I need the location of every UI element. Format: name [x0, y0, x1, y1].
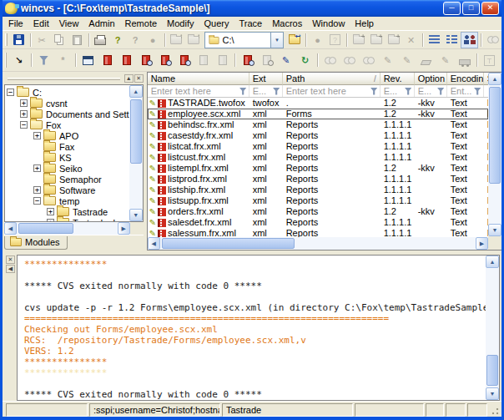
column-header-name[interactable]: Name	[148, 73, 249, 85]
expand-icon[interactable]: +	[33, 132, 41, 139]
import-module-button[interactable]: +	[367, 32, 385, 48]
edit-selection-button[interactable]: ✎	[276, 51, 295, 70]
stop-button[interactable]: ●	[144, 32, 162, 48]
table-row[interactable]: ✎salesdet.frx.xmlxmlReports1.1.1.1TextMo…	[148, 217, 488, 228]
tree-item-software[interactable]: +Software	[7, 185, 129, 195]
explore-button[interactable]: ↘	[9, 51, 28, 70]
scroll-right-icon[interactable]: ▶	[476, 237, 488, 250]
tree-item-tastrade[interactable]: +Tastrade	[7, 206, 129, 217]
tree-vscrollbar[interactable]: ▲ ▼	[129, 85, 143, 221]
save-button[interactable]	[10, 32, 28, 48]
menu-item-macros[interactable]: Macros	[267, 18, 307, 29]
expand-icon[interactable]: +	[33, 186, 41, 194]
show-ignored-files-button[interactable]	[461, 32, 478, 48]
column-header-rev[interactable]: Rev.	[381, 73, 415, 85]
table-row[interactable]: ✎listsupp.frx.xmlxmlReports1.1.1.1TextMo…	[148, 195, 488, 206]
table-row[interactable]: ✎listprod.frx.xmlxmlReports1.1.1.1TextMo…	[148, 174, 488, 185]
watch-on-button[interactable]	[320, 51, 340, 70]
commit-selection-button[interactable]	[117, 51, 136, 70]
list-vscrollbar[interactable]: ▲ ▼	[488, 73, 501, 250]
table-row[interactable]: ✎behindsc.frx.xmlxmlReports1.1.1.1TextMo…	[148, 119, 488, 130]
scroll-up-icon[interactable]: ▲	[129, 85, 143, 98]
filter-funnel-icon[interactable]	[474, 88, 481, 95]
console-collapse-icon[interactable]: ◀	[6, 265, 15, 273]
pane-close-icon[interactable]: ✕	[134, 74, 144, 83]
menu-item-file[interactable]: File	[3, 18, 28, 29]
table-row[interactable]: ✎TASTRADE.twofoxtwofox.1.2-kkvTextMod	[148, 98, 488, 109]
filter-input-name[interactable]: Enter text here	[148, 85, 249, 97]
filter-funnel-icon[interactable]	[437, 88, 445, 95]
tree-item-ks[interactable]: KS	[7, 152, 129, 163]
update-selection-button[interactable]	[98, 51, 117, 70]
scroll-left-icon[interactable]: ◀	[148, 237, 160, 250]
print-button[interactable]	[92, 32, 109, 48]
filter-funnel-icon[interactable]	[370, 88, 378, 95]
expand-icon[interactable]: +	[47, 219, 54, 221]
up-one-level-button[interactable]: ↑	[168, 32, 185, 48]
table-row[interactable]: ✎casestdy.frx.xmlxmlReports1.1.1.1TextMo…	[148, 130, 488, 141]
paste-button[interactable]	[68, 32, 86, 48]
menu-item-window[interactable]: Window	[307, 18, 350, 29]
add-binary-button[interactable]	[213, 51, 232, 70]
status-selection-button[interactable]	[155, 51, 174, 70]
filter-funnel-icon[interactable]	[405, 88, 412, 95]
collapse-icon[interactable]: −	[7, 89, 14, 96]
expand-icon[interactable]: +	[20, 110, 28, 118]
menu-item-query[interactable]: Query	[199, 18, 234, 29]
cvs-help-button[interactable]: ?	[326, 32, 344, 48]
copy-button[interactable]	[51, 32, 68, 48]
title-bar[interactable]: wincvs - [C:\Fox\temp\TastradeSample\] ─…	[3, 0, 501, 17]
unedit-file-button[interactable]: ✎	[397, 51, 416, 70]
column-header-path[interactable]: Path/	[283, 73, 381, 85]
filter-input-ext[interactable]: E...	[249, 85, 283, 97]
column-header-encoding[interactable]: Encoding	[447, 73, 484, 85]
filter-input-option[interactable]: E...	[415, 85, 447, 97]
scroll-down-icon[interactable]: ▼	[129, 209, 143, 221]
path-combobox[interactable]: C:\▼	[204, 32, 284, 48]
filter-funnel-icon[interactable]	[239, 88, 247, 95]
flat-mode-button[interactable]	[426, 32, 443, 48]
tree-item-fox[interactable]: −Fox	[7, 119, 129, 130]
query-update-button[interactable]	[238, 51, 257, 70]
log-selection-button[interactable]	[136, 51, 155, 70]
tree-item-semaphor[interactable]: Semaphor	[7, 174, 129, 185]
create-module-button[interactable]: +	[385, 32, 402, 48]
filter-bar-button[interactable]	[34, 51, 53, 70]
expand-icon[interactable]: +	[20, 99, 28, 107]
tree-item-c-[interactable]: −C:	[7, 87, 129, 98]
browse-location-button[interactable]: ↩	[285, 32, 303, 48]
scroll-left-icon[interactable]: ◀	[4, 222, 17, 235]
up-to-root-button[interactable]: ↑	[185, 32, 203, 48]
table-row[interactable]: ✎salessum.frx.xmlxmlReports1.1.1.1TextMo…	[148, 228, 488, 237]
close-button[interactable]: ✕	[481, 2, 499, 15]
table-row[interactable]: ✎orders.frx.xmlxmlReports1.2-kkvTextMod	[148, 206, 488, 217]
smart-mode-button[interactable]	[443, 32, 461, 48]
refresh-view-button[interactable]: ↻	[295, 51, 315, 70]
menu-item-admin[interactable]: Admin	[83, 18, 119, 29]
menu-item-trace[interactable]: Trace	[234, 18, 267, 29]
delete-tag-button[interactable]: I	[499, 51, 504, 70]
collapse-icon[interactable]: −	[33, 197, 41, 205]
tree-item-cvsnt[interactable]: +cvsnt	[7, 98, 129, 109]
list-hscrollbar[interactable]: ◀ ▶	[148, 237, 488, 250]
table-row[interactable]: ✎listempl.frx.xmlxmlReports1.2-kkvTextMo…	[148, 163, 488, 174]
expand-icon[interactable]: +	[33, 164, 41, 172]
maximize-button[interactable]: □	[462, 2, 480, 15]
context-help-button[interactable]: ?	[127, 32, 144, 48]
editors-button[interactable]: ✎	[436, 51, 455, 70]
column-header-option[interactable]: Option	[415, 73, 447, 85]
add-selection-button[interactable]	[194, 51, 213, 70]
tree-item-tastrade-in[interactable]: +Tastrade_In	[7, 217, 129, 221]
menu-item-remote[interactable]: Remote	[120, 18, 163, 29]
erase-button[interactable]	[416, 51, 436, 70]
menu-item-edit[interactable]: Edit	[28, 18, 54, 29]
console-vscrollbar[interactable]: ▲ ▼	[486, 256, 499, 400]
edit-file-button[interactable]: ✎	[378, 51, 397, 70]
checkout-module-button[interactable]: +	[350, 32, 367, 48]
filter-input-encoding[interactable]: Ent...	[447, 85, 484, 97]
table-row[interactable]: ✎employee.scx.xmlxmlForms1.2-kkvTextMod	[148, 109, 488, 119]
tree-item-documents-and-sett[interactable]: +Documents and Sett	[7, 109, 129, 119]
menu-item-view[interactable]: View	[54, 18, 84, 29]
stop-cvs-button[interactable]: ●	[309, 32, 326, 48]
menu-item-help[interactable]: Help	[350, 18, 379, 29]
